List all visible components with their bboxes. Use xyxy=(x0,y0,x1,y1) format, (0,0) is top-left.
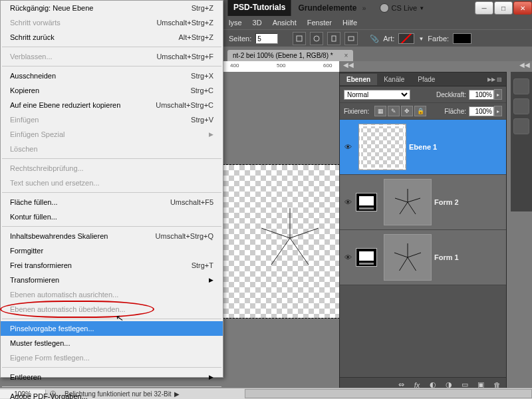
farbe-swatch[interactable] xyxy=(453,33,471,44)
svg-line-8 xyxy=(261,228,290,238)
mi-copy-merged[interactable]: Auf eine Ebene reduziert kopierenUmschal… xyxy=(1,98,223,112)
layer-visibility-icon[interactable]: 👁 xyxy=(340,143,356,151)
window-minimize-button[interactable]: ─ xyxy=(475,1,493,15)
mi-adobe-pdf-presets[interactable]: Adobe PDF-Vorgaben... xyxy=(1,389,223,399)
layer-name[interactable]: Ebene 1 xyxy=(409,143,437,151)
layer-vectormask-thumbnail[interactable] xyxy=(384,179,432,225)
layout-option-1-icon[interactable] xyxy=(293,32,306,45)
dock-icon-1[interactable] xyxy=(513,78,529,94)
blend-mode-select[interactable]: Normal xyxy=(344,90,410,100)
svg-line-13 xyxy=(395,198,408,202)
horizontal-scrollbar[interactable] xyxy=(245,389,532,398)
canvas-area[interactable] xyxy=(223,72,339,364)
tab-pfade[interactable]: Pfade xyxy=(411,74,442,85)
svg-line-10 xyxy=(408,198,420,202)
layout-option-4-icon[interactable] xyxy=(344,32,358,45)
panel-collapse-icon[interactable]: ◀◀ xyxy=(343,61,354,68)
layer-name[interactable]: Form 2 xyxy=(434,198,459,206)
mi-paste: EinfügenStrg+V xyxy=(1,112,223,127)
menu-3d[interactable]: 3D xyxy=(253,19,262,27)
svg-rect-2 xyxy=(332,36,336,41)
mi-content-aware-scale[interactable]: Inhaltsbewahrendes SkalierenUmschalt+Str… xyxy=(1,229,223,243)
deckkraft-stepper[interactable]: ▸ xyxy=(494,89,502,100)
flache-input[interactable] xyxy=(469,106,494,116)
flache-stepper[interactable]: ▸ xyxy=(494,106,502,116)
cursor-icon: ↖ xyxy=(115,312,125,324)
mi-transform[interactable]: Transformieren▶ xyxy=(1,273,223,287)
panel-tabs: Ebenen Kanäle Pfade ▶▶ ▤ xyxy=(340,72,506,86)
mi-fill[interactable]: Fläche füllen...Umschalt+F5 xyxy=(1,195,223,209)
lock-transparency-icon[interactable]: ▦ xyxy=(374,106,386,116)
ruler-horizontal: 400 500 600 xyxy=(223,61,339,72)
mi-cut[interactable]: AusschneidenStrg+X xyxy=(1,68,223,83)
ruler-tick: 400 xyxy=(230,63,239,68)
layer-visibility-icon[interactable]: 👁 xyxy=(340,198,356,206)
layer-fill-thumbnail[interactable] xyxy=(356,193,377,211)
menu-analyse[interactable]: lyse xyxy=(229,19,242,27)
dock-collapse-icon[interactable]: ◀◀ xyxy=(519,61,530,68)
document-tab[interactable]: nt-2 bei 100% (Ebene 1, RGB/8) * × xyxy=(227,50,353,61)
mi-free-transform[interactable]: Frei transformierenStrg+T xyxy=(1,258,223,273)
layer-thumbnail[interactable] xyxy=(358,124,406,170)
canvas-star-shape xyxy=(257,205,323,271)
lock-position-icon[interactable]: ✥ xyxy=(401,106,413,116)
layer-vectormask-thumbnail[interactable] xyxy=(384,234,432,281)
dock-icon-3[interactable] xyxy=(513,118,529,134)
workspace-grundelemente[interactable]: Grundelemente xyxy=(298,3,356,13)
layer-fill-thumbnail[interactable] xyxy=(356,248,377,267)
layers-panel: Ebenen Kanäle Pfade ▶▶ ▤ Normal Deckkraf… xyxy=(339,72,507,392)
document-tab-close-icon[interactable]: × xyxy=(344,52,348,59)
svg-line-6 xyxy=(290,238,309,265)
farbe-label: Farbe: xyxy=(428,35,449,43)
mi-define-pattern[interactable]: Muster festlegen... xyxy=(1,336,223,350)
mi-auto-align: Ebenen automatisch ausrichten... xyxy=(1,287,223,302)
seiten-input[interactable] xyxy=(255,33,278,44)
tab-kanale[interactable]: Kanäle xyxy=(377,74,411,85)
layer-name[interactable]: Form 1 xyxy=(434,253,459,261)
svg-line-11 xyxy=(408,202,416,214)
dock-icon-2[interactable] xyxy=(513,98,529,114)
workspace-more-chevron-icon[interactable]: » xyxy=(362,4,366,12)
layer-row-form1[interactable]: 👁 Form 1 xyxy=(340,230,506,285)
mi-step-backward[interactable]: Schritt zurückAlt+Strg+Z xyxy=(1,30,223,45)
workspace-psd-tutorials[interactable]: PSD-Tutorials xyxy=(227,0,291,17)
svg-point-1 xyxy=(314,36,319,41)
mi-puppet-warp[interactable]: Formgitter xyxy=(1,243,223,258)
layout-option-2-icon[interactable] xyxy=(310,32,323,45)
tab-ebenen[interactable]: Ebenen xyxy=(340,74,377,85)
svg-line-15 xyxy=(408,253,421,257)
mi-purge[interactable]: Entleeren▶ xyxy=(1,370,223,384)
mi-clear: Löschen xyxy=(1,142,223,156)
menu-hilfe[interactable]: Hilfe xyxy=(342,19,357,27)
mi-paste-special: Einfügen Spezial▶ xyxy=(1,127,223,142)
layer-visibility-icon[interactable]: 👁 xyxy=(340,253,356,261)
mi-undo[interactable]: Rückgängig: Neue EbeneStrg+Z xyxy=(1,1,223,15)
cs-live-button[interactable]: CS Live ▼ xyxy=(380,3,424,13)
svg-line-16 xyxy=(408,257,416,271)
mi-copy[interactable]: KopierenStrg+C xyxy=(1,83,223,98)
mi-define-brush[interactable]: Pinselvorgabe festlegen... xyxy=(1,321,223,336)
svg-line-18 xyxy=(394,253,408,257)
window-restore-button[interactable]: □ xyxy=(494,1,513,15)
lock-pixels-icon[interactable]: ✎ xyxy=(388,106,400,116)
paperclip-icon[interactable]: 📎 xyxy=(370,35,379,43)
document-tab-label: nt-2 bei 100% (Ebene 1, RGB/8) * xyxy=(233,52,333,59)
window-close-button[interactable]: ✕ xyxy=(513,1,532,15)
svg-line-17 xyxy=(400,257,408,271)
panel-menu-chevron-icon[interactable]: ▶▶ ▤ xyxy=(487,76,506,82)
layer-row-form2[interactable]: 👁 Form 2 xyxy=(340,175,506,230)
dock-strip xyxy=(511,72,532,211)
app-topbar: PSD-Tutorials Grundelemente » CS Live ▼ … xyxy=(223,0,532,16)
deckkraft-input[interactable] xyxy=(469,90,494,100)
lock-all-icon[interactable]: 🔒 xyxy=(414,106,426,116)
art-swatch[interactable] xyxy=(398,33,414,44)
layout-option-3-icon[interactable] xyxy=(327,32,340,45)
layer-list: 👁 Ebene 1 👁 Form 2 👁 Form 1 xyxy=(340,120,506,285)
menu-ansicht[interactable]: Ansicht xyxy=(273,19,297,27)
layer-row-ebene1[interactable]: 👁 Ebene 1 xyxy=(340,120,506,175)
mi-auto-blend: Ebenen automatisch überblenden... xyxy=(1,302,223,317)
menu-fenster[interactable]: Fenster xyxy=(307,19,332,27)
ruler-tick: 600 xyxy=(323,63,332,68)
svg-line-5 xyxy=(290,228,319,238)
mi-stroke[interactable]: Kontur füllen... xyxy=(1,209,223,224)
